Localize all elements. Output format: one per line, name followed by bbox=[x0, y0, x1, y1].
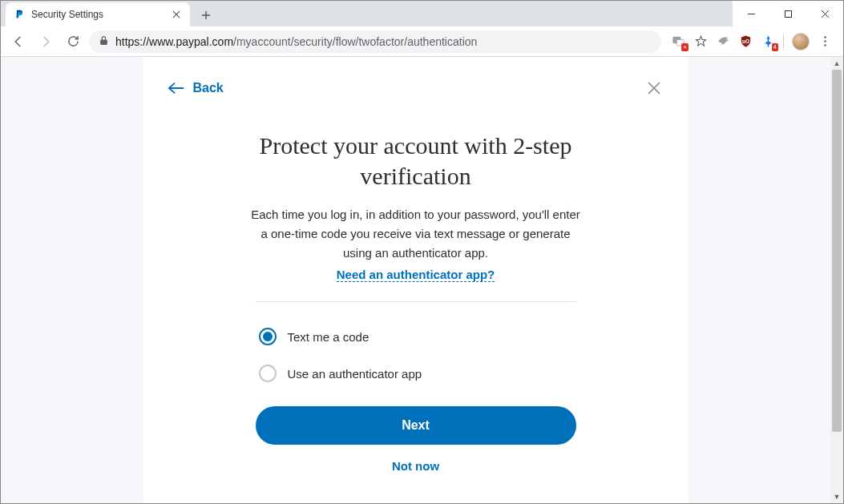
svg-point-5 bbox=[824, 40, 826, 42]
close-icon bbox=[647, 81, 661, 95]
dialog-content: Protect your account with 2-step verific… bbox=[176, 131, 656, 473]
browser-window: Security Settings https://www.paypal.com… bbox=[0, 0, 844, 504]
svg-point-6 bbox=[824, 44, 826, 46]
new-tab-button[interactable] bbox=[195, 4, 217, 26]
svg-rect-0 bbox=[785, 10, 791, 17]
divider bbox=[256, 301, 576, 302]
close-dialog-button[interactable] bbox=[647, 81, 661, 99]
close-window-button[interactable] bbox=[806, 1, 843, 26]
reload-button[interactable] bbox=[62, 30, 84, 53]
translate-extension-icon[interactable]: × bbox=[671, 34, 685, 49]
dialog-description: Each time you log in, in addition to you… bbox=[248, 205, 584, 263]
bird-extension-icon[interactable] bbox=[716, 34, 730, 49]
tab-close-icon[interactable] bbox=[171, 9, 182, 20]
maximize-button[interactable] bbox=[769, 1, 806, 26]
browser-toolbar: https://www.paypal.com/myaccount/securit… bbox=[1, 26, 843, 57]
scroll-down-icon[interactable]: ▼ bbox=[830, 490, 843, 503]
tab-title: Security Settings bbox=[31, 9, 164, 20]
title-bar: Security Settings bbox=[1, 1, 843, 26]
scrollbar-thumb[interactable] bbox=[832, 70, 842, 432]
minimize-button[interactable] bbox=[733, 1, 769, 26]
option-label: Use an authenticator app bbox=[288, 367, 422, 381]
svg-text:uO: uO bbox=[742, 38, 749, 44]
page-content: Back Protect your account with 2-step ve… bbox=[1, 57, 830, 503]
scroll-up-icon[interactable]: ▲ bbox=[830, 57, 843, 70]
option-authenticator-app[interactable]: Use an authenticator app bbox=[256, 355, 576, 392]
option-text-code[interactable]: Text me a code bbox=[256, 318, 576, 355]
ublock-extension-icon[interactable]: uO bbox=[738, 34, 753, 49]
vertical-scrollbar[interactable]: ▲ ▼ bbox=[830, 57, 843, 503]
forward-button[interactable] bbox=[34, 30, 57, 53]
window-controls bbox=[733, 1, 843, 26]
verification-options: Text me a code Use an authenticator app bbox=[256, 318, 576, 392]
browser-tab[interactable]: Security Settings bbox=[6, 2, 190, 26]
radio-selected-icon bbox=[259, 328, 277, 345]
tab-strip: Security Settings bbox=[1, 1, 733, 26]
authenticator-app-link[interactable]: Need an authenticator app? bbox=[337, 268, 495, 282]
menu-icon[interactable] bbox=[818, 34, 832, 49]
scrollbar-track[interactable] bbox=[830, 70, 843, 490]
separator bbox=[783, 34, 784, 49]
option-label: Text me a code bbox=[288, 330, 370, 344]
radio-unselected-icon bbox=[259, 365, 277, 382]
back-link[interactable]: Back bbox=[168, 81, 224, 95]
arrow-left-icon bbox=[168, 82, 185, 95]
bookmark-star-icon[interactable] bbox=[693, 34, 708, 49]
extension-icon[interactable]: 4 bbox=[761, 34, 775, 49]
lock-icon bbox=[99, 35, 109, 48]
two-factor-dialog: Back Protect your account with 2-step ve… bbox=[143, 57, 689, 503]
back-button[interactable] bbox=[7, 30, 30, 53]
not-now-link[interactable]: Not now bbox=[176, 459, 656, 473]
profile-avatar[interactable] bbox=[792, 33, 810, 50]
back-label: Back bbox=[193, 81, 224, 95]
next-button[interactable]: Next bbox=[256, 406, 576, 445]
page-viewport: Back Protect your account with 2-step ve… bbox=[1, 57, 843, 503]
url-text: https://www.paypal.com/myaccount/securit… bbox=[115, 35, 477, 48]
dialog-heading: Protect your account with 2-step verific… bbox=[248, 131, 584, 191]
extension-icons: × uO 4 bbox=[666, 33, 837, 50]
address-bar[interactable]: https://www.paypal.com/myaccount/securit… bbox=[89, 30, 661, 53]
paypal-favicon-icon bbox=[14, 9, 25, 20]
svg-point-4 bbox=[824, 36, 826, 38]
